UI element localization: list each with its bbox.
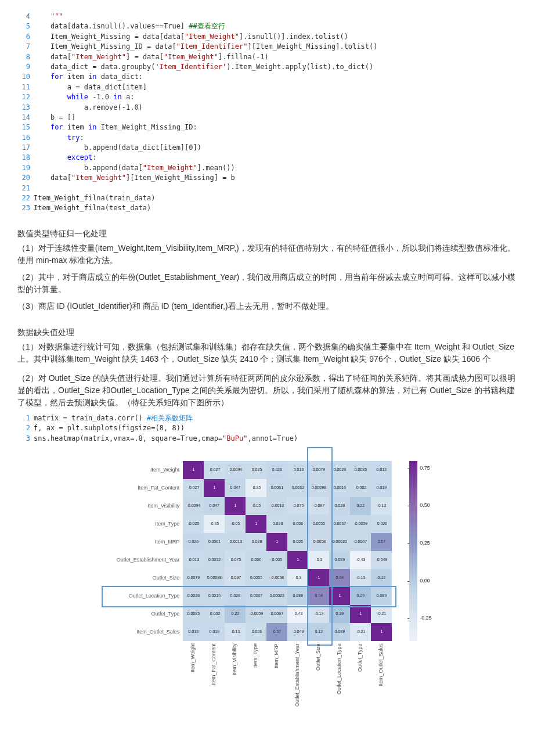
heatmap-figure: Item_WeightItem_Fat_ContentItem_Visibili… (17, 461, 517, 707)
heatmap-row-labels: Item_WeightItem_Fat_ContentItem_Visibili… (117, 461, 180, 641)
para-norm-1: （1）对于连续性变量(Item_Weight,Item_Visibility,I… (17, 242, 517, 267)
heading-missing: 数据缺失值处理 (17, 326, 517, 339)
para-norm-2: （2）其中，对于商店成立的年份(Outlet_Establishment_Yea… (17, 271, 517, 296)
heatmap-grid: 1-0.027-0.0094-0.0250.026-0.0130.00790.0… (183, 461, 392, 641)
heatmap-colorbar: 0.750.500.250.00-0.25 (409, 461, 417, 641)
para-miss-1: （1）对数据集进行统计可知，数据集（包括测试集和训练集）都存在缺失值，两个数据集… (17, 341, 517, 365)
heading-normalize: 数值类型特征归一化处理 (17, 228, 517, 240)
code-block-fillna: 4 """5 data[data.isnull().values==True] … (17, 12, 517, 214)
heatmap-col-labels: Item_WeightItem_Fat_ContentItem_Visibili… (183, 643, 392, 707)
code-block-heatmap: 1matrix = train_data.corr() #相关系数矩阵2f, a… (17, 413, 517, 444)
para-norm-3: （3）商店 ID (IOutlet_Identifier)和 商品 ID (te… (17, 300, 517, 312)
para-miss-2: （2）对 Outlet_Size 的缺失值进行处理。我们通过计算所有特征两两间的… (17, 372, 517, 409)
